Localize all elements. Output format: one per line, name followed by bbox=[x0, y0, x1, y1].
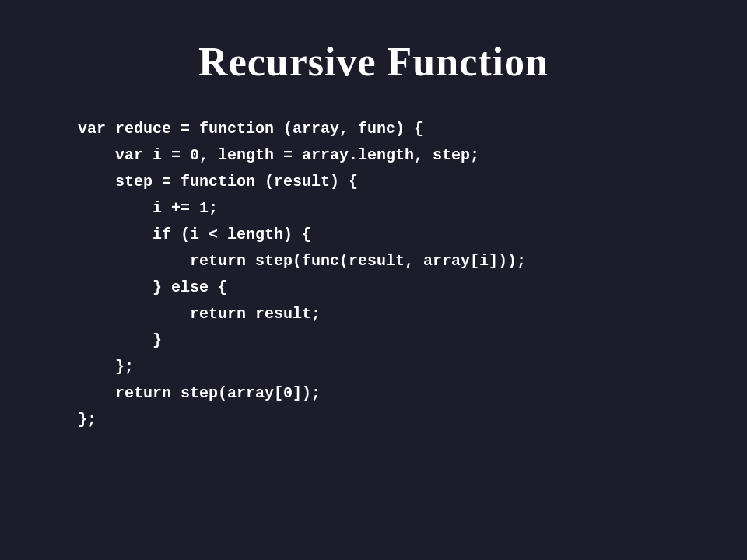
code-block: var reduce = function (array, func) { va… bbox=[78, 116, 526, 433]
code-line: return step(func(result, array[i])); bbox=[78, 248, 526, 275]
page-title: Recursive Function bbox=[198, 39, 549, 85]
code-line: step = function (result) { bbox=[78, 169, 526, 195]
page-background: Recursive Function var reduce = function… bbox=[0, 0, 747, 560]
code-line: i += 1; bbox=[78, 195, 526, 222]
code-line: var reduce = function (array, func) { bbox=[78, 116, 526, 142]
code-line: return step(array[0]); bbox=[78, 380, 526, 407]
code-line: } else { bbox=[78, 275, 526, 301]
code-line: }; bbox=[78, 407, 526, 433]
code-line: if (i < length) { bbox=[78, 222, 526, 248]
code-line: } bbox=[78, 327, 526, 354]
code-line: return result; bbox=[78, 301, 526, 327]
code-line: var i = 0, length = array.length, step; bbox=[78, 142, 526, 169]
code-line: }; bbox=[78, 354, 526, 380]
